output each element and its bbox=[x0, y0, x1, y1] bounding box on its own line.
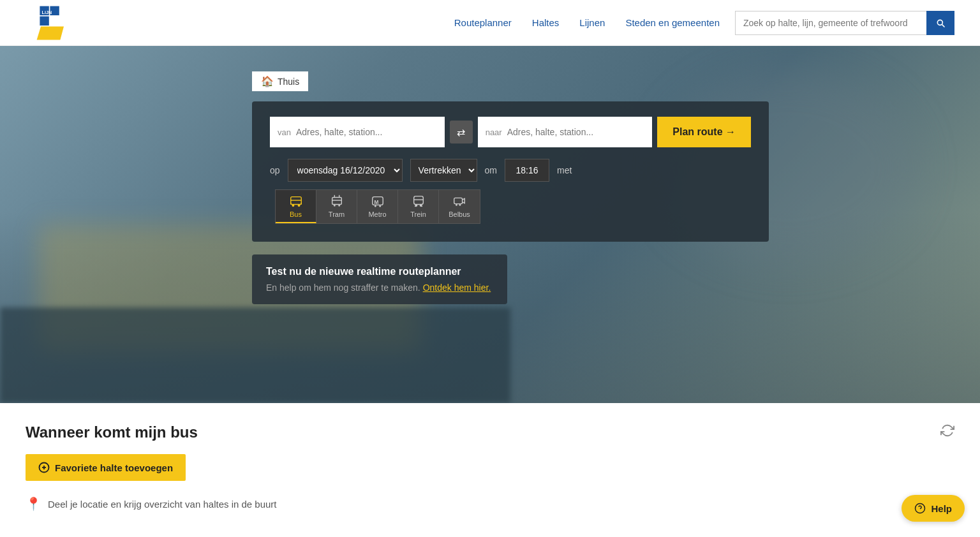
refresh-button[interactable] bbox=[940, 423, 954, 441]
route-inputs-row: van ⇄ naar Plan route → bbox=[270, 117, 751, 147]
section-title: Wanneer komt mijn bus bbox=[26, 423, 954, 441]
header: LiJN Routeplanner Haltes Lijnen Steden e… bbox=[0, 0, 980, 46]
bottom-section: Wanneer komt mijn bus Favoriete halte to… bbox=[0, 403, 980, 532]
plan-route-button[interactable]: Plan route → bbox=[657, 117, 751, 147]
mode-tram-button[interactable]: Tram bbox=[316, 190, 357, 223]
logo-area: LiJN bbox=[26, 4, 77, 42]
date-select[interactable]: woensdag 16/12/2020 bbox=[288, 159, 403, 182]
breadcrumb-label: Thuis bbox=[278, 77, 299, 87]
metro-icon: M bbox=[371, 194, 385, 208]
breadcrumb: 🏠 Thuis bbox=[252, 71, 308, 91]
svg-point-20 bbox=[374, 205, 376, 207]
route-planner-box: van ⇄ naar Plan route → op woensdag 16/1… bbox=[252, 101, 769, 242]
to-input[interactable] bbox=[507, 127, 645, 137]
nav-lijnen[interactable]: Lijnen bbox=[579, 17, 605, 28]
svg-point-17 bbox=[338, 205, 340, 207]
belbus-icon bbox=[452, 194, 466, 208]
logo: LiJN bbox=[26, 4, 77, 42]
search-input[interactable] bbox=[735, 11, 926, 35]
svg-text:M: M bbox=[374, 200, 378, 205]
promo-link[interactable]: Ontdek hem hier. bbox=[423, 283, 491, 293]
svg-rect-12 bbox=[332, 198, 341, 205]
refresh-icon bbox=[940, 423, 954, 438]
search-icon bbox=[935, 18, 946, 28]
mode-belbus-label: Belbus bbox=[449, 210, 470, 218]
transport-modes: Bus Tram bbox=[275, 189, 480, 224]
location-icon: 📍 bbox=[26, 496, 41, 511]
mode-trein-button[interactable]: Trein bbox=[398, 190, 439, 223]
route-options-row: op woensdag 16/12/2020 Vertrekken Aankom… bbox=[270, 159, 751, 224]
time-input[interactable] bbox=[505, 159, 549, 182]
mode-belbus-button[interactable]: Belbus bbox=[439, 190, 480, 223]
nav-routeplanner[interactable]: Routeplanner bbox=[454, 17, 512, 28]
location-hint: 📍 Deel je locatie en krijg overzicht van… bbox=[26, 496, 954, 511]
plus-circle-icon bbox=[38, 462, 50, 473]
hero-section: 🏠 Thuis van ⇄ naar Plan route → bbox=[0, 46, 980, 403]
main-nav: Routeplanner Haltes Lijnen Steden en gem… bbox=[454, 17, 720, 28]
to-input-group: naar bbox=[478, 117, 653, 147]
tram-icon bbox=[330, 194, 344, 208]
nav-steden[interactable]: Steden en gemeenten bbox=[625, 17, 720, 28]
svg-point-29 bbox=[456, 204, 457, 206]
hero-overlay3 bbox=[0, 307, 510, 403]
hero-content: 🏠 Thuis van ⇄ naar Plan route → bbox=[0, 46, 980, 304]
search-bar bbox=[735, 11, 954, 35]
depart-select[interactable]: Vertrekken Aankomen bbox=[410, 159, 477, 182]
add-favorite-button[interactable]: Favoriete halte toevoegen bbox=[26, 454, 186, 481]
svg-point-21 bbox=[379, 205, 381, 207]
home-icon: 🏠 bbox=[261, 75, 274, 87]
svg-rect-22 bbox=[413, 196, 423, 205]
met-label: met bbox=[557, 165, 572, 175]
to-label: naar bbox=[486, 128, 502, 137]
svg-point-16 bbox=[333, 205, 335, 207]
trein-icon bbox=[412, 194, 426, 208]
nav-haltes[interactable]: Haltes bbox=[532, 17, 560, 28]
op-label: op bbox=[270, 165, 280, 175]
svg-point-8 bbox=[297, 205, 300, 207]
svg-point-30 bbox=[459, 204, 461, 206]
mode-metro-label: Metro bbox=[368, 210, 386, 218]
mode-bus-button[interactable]: Bus bbox=[276, 190, 316, 223]
mode-metro-button[interactable]: M Metro bbox=[357, 190, 398, 223]
svg-point-7 bbox=[292, 205, 294, 207]
swap-button[interactable]: ⇄ bbox=[450, 121, 473, 143]
help-button[interactable]: Help bbox=[902, 495, 965, 522]
search-button[interactable] bbox=[926, 11, 954, 35]
svg-rect-2 bbox=[40, 16, 48, 25]
svg-marker-3 bbox=[37, 26, 64, 40]
svg-text:LiJN: LiJN bbox=[42, 10, 52, 15]
mode-bus-label: Bus bbox=[290, 210, 302, 218]
from-label: van bbox=[278, 128, 291, 137]
svg-rect-28 bbox=[454, 198, 463, 203]
from-input-group: van bbox=[270, 117, 445, 147]
promo-title: Test nu de nieuwe realtime routeplanner bbox=[266, 266, 493, 277]
bus-icon bbox=[289, 194, 303, 208]
from-input[interactable] bbox=[296, 127, 437, 137]
mode-trein-label: Trein bbox=[410, 210, 426, 218]
promo-box: Test nu de nieuwe realtime routeplanner … bbox=[252, 254, 507, 304]
help-icon bbox=[914, 503, 926, 514]
om-label: om bbox=[485, 165, 497, 175]
promo-text: En help om hem nog straffer te maken. On… bbox=[266, 283, 493, 293]
mode-tram-label: Tram bbox=[329, 210, 345, 218]
